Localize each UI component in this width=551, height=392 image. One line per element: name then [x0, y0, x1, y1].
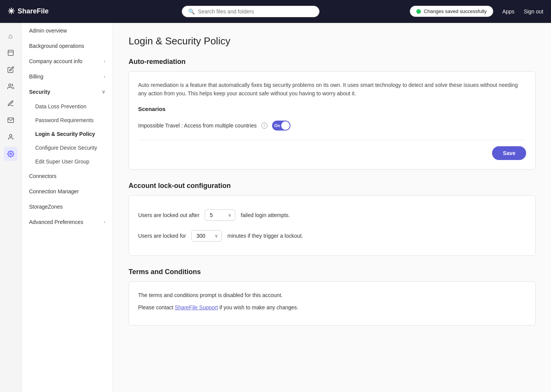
topnav: ✳ ShareFile 🔍 Changes saved successfully… [0, 0, 551, 23]
logo-icon: ✳ [8, 7, 15, 16]
apps-link[interactable]: Apps [502, 8, 515, 15]
lockout-row1-suffix: failed login attempts. [241, 212, 290, 218]
chevron-down-icon: ∨ [102, 89, 105, 95]
sidebar-item-advanced-preferences[interactable]: Advanced Preferences › [21, 214, 113, 230]
terms-line2-before: Please contact [138, 304, 175, 310]
lockout-row-2: Users are locked for 300 30 60 120 600 ∨… [138, 225, 526, 246]
scenario-row: Impossible Travel : Access from multiple… [138, 118, 526, 134]
nav-sidebar: Admin overview Background operations Com… [21, 23, 113, 392]
lockout-duration-select-wrap: 300 30 60 120 600 ∨ [191, 230, 222, 242]
main-content: Login & Security Policy Auto-remediation… [113, 23, 551, 392]
svg-point-4 [10, 153, 11, 155]
sidebar-item-connectors[interactable]: Connectors [21, 168, 113, 184]
lockout-row1-prefix: Users are locked out after [138, 212, 199, 218]
sidebar-label-admin-overview: Admin overview [29, 28, 67, 34]
terms-line2-after: if you wish to make any changes. [218, 304, 298, 310]
card-footer: Save [138, 146, 526, 160]
edit-icon-btn[interactable] [4, 63, 18, 77]
sidebar-item-connection-manager[interactable]: Connection Manager [21, 184, 113, 199]
toggle-label: On [274, 123, 280, 128]
sidebar-item-background-operations[interactable]: Background operations [21, 38, 113, 54]
sidebar-item-security[interactable]: Security ∨ [21, 84, 113, 100]
logo-text: ShareFile [18, 7, 49, 15]
sidebar-label-connection-manager: Connection Manager [29, 188, 79, 194]
files-icon-btn[interactable] [4, 46, 18, 60]
sign-icon-btn[interactable] [4, 96, 18, 110]
sidebar-item-data-loss-prevention[interactable]: Data Loss Prevention [21, 100, 113, 113]
sidebar-item-password-requirements[interactable]: Password Requirements [21, 113, 113, 127]
save-button[interactable]: Save [492, 146, 526, 160]
search-bar: 🔍 [92, 6, 410, 17]
lockout-attempts-select-wrap: 5 3 10 20 ∨ [205, 209, 235, 221]
sidebar-label-storagezones: StorageZones [29, 204, 63, 210]
lockout-card: Users are locked out after 5 3 10 20 ∨ f… [129, 195, 536, 256]
logo: ✳ ShareFile [8, 7, 92, 16]
scenarios-title: Scenarios [138, 106, 526, 112]
sidebar-item-login-security-policy[interactable]: Login & Security Policy [21, 127, 113, 141]
sidebar-label-billing: Billing [29, 74, 43, 80]
sidebar-label-configure-device-security: Configure Device Security [35, 145, 97, 151]
svg-point-2 [8, 84, 11, 86]
topnav-right: Changes saved successfully Apps Sign out [410, 6, 543, 17]
search-input[interactable] [198, 8, 313, 15]
terms-title: Terms and Conditions [129, 268, 536, 276]
sharefile-support-link[interactable]: ShareFile Support [175, 304, 218, 310]
icon-sidebar: ⌂ [0, 23, 21, 392]
auto-remediation-card: Auto remediation is a feature that autom… [129, 71, 536, 170]
sidebar-item-billing[interactable]: Billing › [21, 69, 113, 84]
success-message: Changes saved successfully [424, 8, 487, 14]
lockout-row2-suffix: minutes if they trigger a lockout. [227, 233, 303, 239]
sidebar-item-admin-overview[interactable]: Admin overview [21, 23, 113, 38]
scenario-label: Impossible Travel : Access from multiple… [138, 122, 257, 129]
sidebar-item-company-account-info[interactable]: Company account info › [21, 54, 113, 69]
sidebar-label-password-requirements: Password Requirements [35, 117, 94, 123]
toggle-knob [281, 121, 290, 130]
lockout-row2-prefix: Users are locked for [138, 233, 186, 239]
auto-remediation-description: Auto remediation is a feature that autom… [138, 81, 526, 98]
chevron-right-icon: › [104, 219, 105, 225]
success-dot [416, 9, 421, 14]
sidebar-label-connectors: Connectors [29, 173, 57, 179]
auto-remediation-title: Auto-remediation [129, 58, 536, 66]
terms-line2: Please contact ShareFile Support if you … [138, 303, 526, 312]
lockout-attempts-select[interactable]: 5 3 10 20 [205, 209, 235, 221]
settings-icon-btn[interactable] [4, 147, 18, 161]
card-divider [138, 140, 526, 140]
sidebar-label-data-loss-prevention: Data Loss Prevention [35, 103, 86, 109]
sidebar-label-company-account-info: Company account info [29, 58, 82, 64]
users-icon-btn[interactable] [4, 80, 18, 93]
search-input-wrap[interactable]: 🔍 [182, 6, 320, 17]
sidebar-item-storagezones[interactable]: StorageZones [21, 199, 113, 214]
sidebar-label-login-security-policy: Login & Security Policy [35, 131, 95, 137]
success-badge: Changes saved successfully [410, 6, 493, 17]
lockout-duration-select[interactable]: 300 30 60 120 600 [191, 230, 222, 242]
home-icon-btn[interactable]: ⌂ [4, 29, 18, 43]
mail-icon-btn[interactable] [4, 113, 18, 127]
info-icon[interactable]: i [261, 122, 267, 129]
chevron-right-icon: › [104, 74, 105, 79]
terms-line1: The terms and conditions prompt is disab… [138, 291, 526, 299]
sidebar-item-configure-device-security[interactable]: Configure Device Security [21, 141, 113, 155]
sidebar-label-background-operations: Background operations [29, 43, 84, 49]
svg-rect-0 [8, 50, 13, 56]
person-icon-btn[interactable] [4, 130, 18, 144]
sidebar-label-advanced-preferences: Advanced Preferences [29, 219, 83, 225]
svg-point-3 [10, 134, 12, 137]
page-title: Login & Security Policy [129, 35, 536, 47]
signout-link[interactable]: Sign out [524, 8, 543, 15]
auto-remediation-section: Auto-remediation Auto remediation is a f… [129, 58, 536, 170]
layout: ⌂ [0, 23, 551, 392]
terms-section: Terms and Conditions The terms and condi… [129, 268, 536, 325]
lockout-section: Account lock-out configuration Users are… [129, 182, 536, 256]
lockout-title: Account lock-out configuration [129, 182, 536, 190]
terms-card: The terms and conditions prompt is disab… [129, 281, 536, 325]
sidebar-item-edit-super-user-group[interactable]: Edit Super User Group [21, 155, 113, 168]
impossible-travel-toggle[interactable]: On [272, 121, 290, 131]
lockout-row-1: Users are locked out after 5 3 10 20 ∨ f… [138, 205, 526, 225]
chevron-right-icon: › [104, 59, 105, 64]
sidebar-label-edit-super-user-group: Edit Super User Group [35, 158, 90, 165]
search-icon: 🔍 [188, 8, 195, 15]
sidebar-label-security: Security [29, 89, 50, 95]
